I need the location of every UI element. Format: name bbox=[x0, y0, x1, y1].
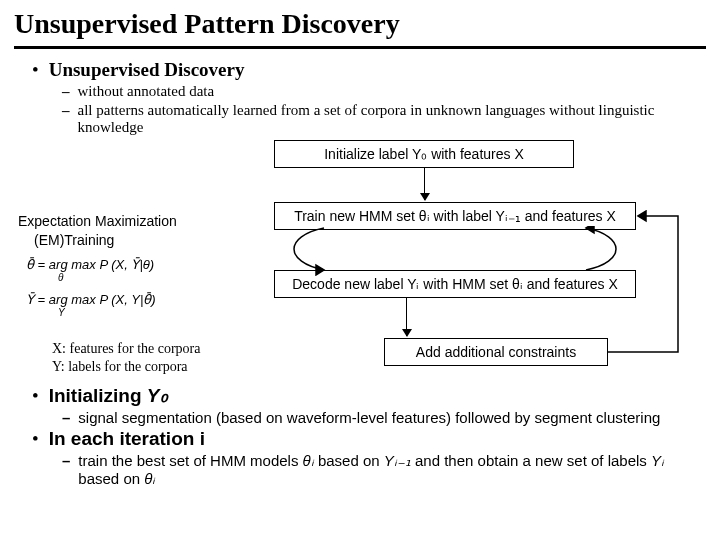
bullet-init-sub: – signal segmentation (based on waveform… bbox=[62, 409, 706, 426]
eq2-under: Y bbox=[58, 306, 238, 320]
bullet-initializing: • Initializing Y₀ bbox=[32, 384, 706, 407]
iter-sub-text: train the best set of HMM models θᵢ base… bbox=[78, 452, 698, 488]
svg-marker-1 bbox=[586, 226, 594, 233]
init-heading-math: Y₀ bbox=[147, 385, 168, 406]
init-heading-text: Initializing bbox=[49, 385, 147, 406]
bullet-text: without annotated data bbox=[78, 83, 215, 100]
t: based on bbox=[78, 470, 144, 487]
bullet-each-iteration: • In each iteration i bbox=[32, 428, 706, 450]
em-math-block: Expectation Maximization (EM)Training θ̄… bbox=[18, 212, 238, 326]
t: θᵢ bbox=[144, 470, 155, 487]
em-sub: (EM)Training bbox=[34, 231, 238, 250]
bullet-iter-sub: – train the best set of HMM models θᵢ ba… bbox=[62, 452, 706, 488]
t: θᵢ bbox=[303, 452, 314, 469]
em-title: Expectation Maximization bbox=[18, 212, 238, 231]
def-x: X: features for the corpora bbox=[52, 340, 200, 358]
t: Yᵢ bbox=[651, 452, 664, 469]
bullet-text: Unsupervised Discovery bbox=[49, 59, 245, 81]
t: Yᵢ₋₁ bbox=[384, 452, 411, 469]
init-sub-text: signal segmentation (based on waveform-l… bbox=[78, 409, 660, 426]
box-text: Decode new label Yᵢ with HMM set θᵢ and … bbox=[292, 276, 618, 292]
t: based on bbox=[314, 452, 384, 469]
bullet-unsupervised-discovery: • Unsupervised Discovery bbox=[32, 59, 706, 81]
box-text: Initialize label Y₀ with features X bbox=[324, 146, 524, 162]
arrow-down-2 bbox=[406, 298, 407, 336]
eq-lhs: θ̄ = bbox=[26, 257, 45, 272]
page-title: Unsupervised Pattern Discovery bbox=[14, 8, 706, 46]
feedback-arrow bbox=[608, 210, 708, 360]
bullet-without-annotated: – without annotated data bbox=[62, 83, 706, 100]
box-constraints: Add additional constraints bbox=[384, 338, 608, 366]
box-text: Add additional constraints bbox=[416, 344, 576, 360]
svg-marker-2 bbox=[638, 211, 646, 221]
eq-rhs: arg max P (X, Y|θ̄) bbox=[49, 292, 156, 307]
t: train the best set of HMM models bbox=[78, 452, 302, 469]
eq-lhs: Ȳ = bbox=[26, 292, 45, 307]
iter-heading-text: In each iteration i bbox=[49, 428, 205, 450]
eq-rhs: arg max P (X, Ȳ|θ) bbox=[49, 257, 154, 272]
eq1-under: θ bbox=[58, 271, 238, 285]
arc-right bbox=[274, 226, 636, 276]
t: and then obtain a new set of labels bbox=[411, 452, 651, 469]
variable-defs: X: features for the corpora Y: labels fo… bbox=[52, 340, 200, 375]
def-y: Y: labels for the corpora bbox=[52, 358, 200, 376]
box-initialize: Initialize label Y₀ with features X bbox=[274, 140, 574, 168]
arrow-down-1 bbox=[424, 168, 425, 200]
em-flow-diagram: Initialize label Y₀ with features X Trai… bbox=[14, 140, 706, 382]
bullet-text: all patterns automatically learned from … bbox=[78, 102, 688, 136]
title-underline bbox=[14, 46, 706, 49]
box-text: Train new HMM set θᵢ with label Yᵢ₋₁ and… bbox=[294, 208, 616, 224]
bullet-auto-learned: – all patterns automatically learned fro… bbox=[62, 102, 706, 136]
